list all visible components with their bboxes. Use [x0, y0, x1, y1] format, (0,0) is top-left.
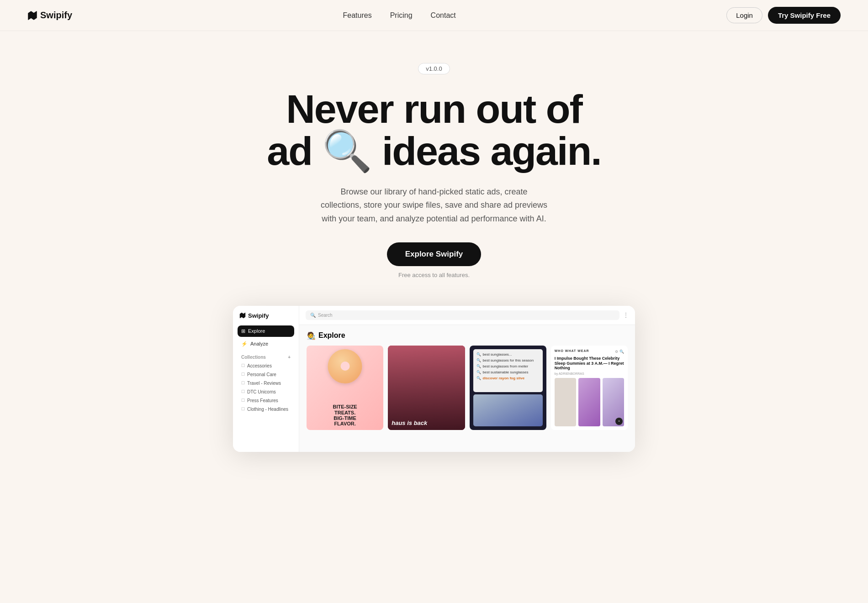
hero-section: v1.0.0 Never run out of ad 🔍 ideas again…: [0, 31, 868, 278]
who-icons: ⚙ 🔍: [615, 350, 624, 354]
compass-icon: ⊞: [241, 328, 245, 334]
ad-grid: BITE-SIZE TREATS. BIG-TIME FLAVOR.: [307, 346, 628, 430]
who-img-3: +: [603, 378, 624, 426]
search-main-row: 🔍 best sunglasses...: [476, 351, 540, 357]
nav-features[interactable]: Features: [343, 11, 372, 19]
sunglasses-search-inner: 🔍 best sunglasses... 🔍 best sunglasses f…: [473, 349, 543, 392]
nav-actions: Login Try Swipify Free: [726, 7, 841, 24]
hero-title: Never run out of ad 🔍 ideas again.: [267, 88, 601, 173]
app-inner: Swipify ⊞ Explore ⚡ Analyze Collections …: [233, 306, 635, 452]
app-main-content: 🧑‍🎨 Explore BITE-SIZE TREATS. BIG-TIME F…: [299, 325, 635, 436]
search-result-2: 🔍 best sunglasses from meiler: [476, 363, 540, 369]
app-topbar: 🔍 Search ⋮: [299, 306, 635, 325]
app-search-bar[interactable]: 🔍 Search: [306, 310, 619, 320]
ad-card-haus[interactable]: Haus is back: [388, 346, 465, 430]
who-img-1: [555, 378, 576, 426]
who-bottom-images: +: [555, 378, 624, 426]
search-small-icon: 🔍: [476, 352, 481, 357]
app-main: 🔍 Search ⋮ 🧑‍🎨 Explore: [299, 306, 635, 452]
who-article-title: I Impulse Bought These Celebrity Sleep G…: [555, 356, 624, 371]
collection-clothing[interactable]: Clothing - Headlines: [238, 405, 294, 414]
hero-free-access-text: Free access to all features.: [398, 272, 470, 278]
bakery-ad-text: BITE-SIZE TREATS. BIG-TIME FLAVOR.: [333, 404, 357, 426]
collection-accessories[interactable]: Accessories: [238, 362, 294, 370]
collection-dtc[interactable]: DTC Unicorns: [238, 388, 294, 396]
search-icon: 🔍: [310, 313, 316, 318]
sidebar-nav-explore[interactable]: ⊞ Explore: [238, 325, 294, 337]
nav-contact[interactable]: Contact: [431, 11, 456, 19]
logo[interactable]: Swipify: [27, 10, 72, 21]
sidebar-logo-icon: [239, 312, 246, 319]
haus-bg: Haus is back: [388, 346, 465, 430]
ad-card-who-what-wear[interactable]: WHO WHAT WEAR ⚙ 🔍 I Impulse Bought These…: [551, 346, 628, 430]
who-header: WHO WHAT WEAR ⚙ 🔍: [555, 349, 624, 354]
donut-illustration: [328, 349, 362, 383]
nav-links: Features Pricing Contact: [343, 11, 456, 20]
collection-press[interactable]: Press Features: [238, 396, 294, 405]
sunglasses-photo: [473, 394, 543, 426]
add-collection-icon[interactable]: +: [288, 355, 291, 360]
sidebar-logo: Swipify: [238, 312, 294, 319]
search-icon-2: 🔍: [619, 350, 624, 354]
main-nav: Swipify Features Pricing Contact Login T…: [0, 0, 868, 31]
ad-card-bakery[interactable]: BITE-SIZE TREATS. BIG-TIME FLAVOR.: [307, 346, 383, 430]
login-button[interactable]: Login: [726, 7, 762, 23]
sidebar-nav-analyze[interactable]: ⚡ Analyze: [238, 338, 294, 350]
search-highlight-row: 🔍 discover rayon fog slive: [476, 375, 540, 381]
collection-travel[interactable]: Travel - Reviews: [238, 379, 294, 388]
chart-icon: ⚡: [241, 341, 248, 347]
logo-icon: [27, 10, 37, 21]
explore-heading: 🧑‍🎨 Explore: [307, 331, 628, 340]
search-result-3: 🔍 best sustainable sunglasses: [476, 369, 540, 375]
search-result-1: 🔍 best sunglasses for this season: [476, 357, 540, 363]
explore-button[interactable]: Explore Swipify: [387, 242, 482, 266]
version-badge: v1.0.0: [418, 63, 450, 74]
topbar-menu-icon[interactable]: ⋮: [623, 312, 629, 318]
explore-emoji: 🧑‍🎨: [307, 331, 316, 340]
product-preview-section: Swipify ⊞ Explore ⚡ Analyze Collections …: [0, 278, 868, 452]
haus-label: Haus is back: [392, 419, 427, 426]
who-brand: WHO WHAT WEAR: [555, 349, 589, 352]
try-free-button[interactable]: Try Swipify Free: [768, 7, 841, 24]
collection-personal-care[interactable]: Personal Care: [238, 370, 294, 379]
settings-icon: ⚙: [615, 350, 618, 354]
collections-label: Collections +: [238, 351, 294, 362]
hero-subtitle: Browse our library of hand-picked static…: [320, 185, 548, 226]
nav-pricing[interactable]: Pricing: [390, 11, 413, 19]
who-byline: by ADRIENBORRAS: [555, 372, 624, 375]
search-placeholder-text: Search: [318, 313, 333, 318]
app-sidebar: Swipify ⊞ Explore ⚡ Analyze Collections …: [233, 306, 299, 452]
who-img-2: [578, 378, 600, 426]
ad-card-sunglasses[interactable]: 🔍 best sunglasses... 🔍 best sunglasses f…: [470, 346, 546, 430]
product-frame: Swipify ⊞ Explore ⚡ Analyze Collections …: [233, 306, 635, 452]
